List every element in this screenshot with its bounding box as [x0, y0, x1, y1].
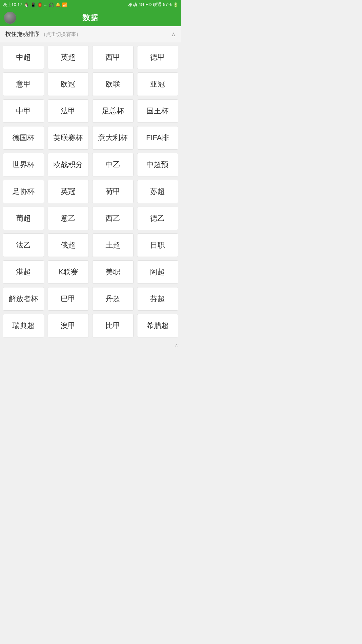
league-item[interactable]: 希腊超 [137, 314, 179, 337]
league-item[interactable]: 丹超 [92, 287, 134, 311]
league-item[interactable]: 意乙 [48, 207, 89, 230]
league-item[interactable]: 世界杯 [3, 153, 44, 176]
league-item[interactable]: 解放者杯 [3, 287, 44, 311]
app-header: 数据 [0, 9, 181, 26]
avatar[interactable] [4, 12, 16, 24]
league-item[interactable]: 荷甲 [92, 180, 134, 203]
sort-bar[interactable]: 按住拖动排序 （点击切换赛事） ∧ [0, 26, 181, 42]
wechat-icon: 📱 [31, 2, 36, 7]
league-item[interactable]: FIFA排 [137, 126, 179, 150]
avatar-image [4, 12, 16, 24]
jingdong-icon: 🏮 [37, 2, 43, 7]
headphone-icon: 🎧 [49, 2, 54, 7]
league-item[interactable]: 亚冠 [137, 72, 179, 96]
league-item[interactable]: 土超 [92, 233, 134, 257]
status-time: 晚上10:17 [3, 2, 22, 8]
league-item[interactable]: 德国杯 [3, 126, 44, 150]
league-item[interactable]: 澳甲 [48, 314, 89, 337]
watermark-text: Ai [175, 343, 178, 347]
league-item[interactable]: 足总杯 [92, 99, 134, 123]
sort-bar-label: 按住拖动排序 （点击切换赛事） [5, 30, 81, 38]
league-item[interactable]: 葡超 [3, 207, 44, 230]
league-item[interactable]: 意大利杯 [92, 126, 134, 150]
league-item[interactable]: 西甲 [92, 46, 134, 69]
wifi-icon: 📶 [62, 2, 67, 7]
carrier-signal: 移动 4G HD 联通 57% [128, 2, 172, 8]
alarm-icon: 🔔 [55, 2, 61, 7]
league-item[interactable]: 苏超 [137, 180, 179, 203]
league-item[interactable]: 法甲 [48, 99, 89, 123]
league-item[interactable]: 英超 [48, 46, 89, 69]
chevron-up-icon[interactable]: ∧ [171, 31, 176, 38]
league-item[interactable]: 足协杯 [3, 180, 44, 203]
league-item[interactable]: 中乙 [92, 153, 134, 176]
league-item[interactable]: 国王杯 [137, 99, 179, 123]
watermark-area: Ai [0, 342, 181, 349]
status-left: 晚上10:17 🐧 📱 🏮 ··· 🎧 🔔 📶 [3, 2, 67, 8]
sort-bar-main-text: 按住拖动排序 [5, 31, 40, 37]
status-right: 移动 4G HD 联通 57% 🔋 [128, 2, 178, 8]
league-item[interactable]: K联赛 [48, 260, 89, 284]
league-item[interactable]: 比甲 [92, 314, 134, 337]
league-grid-container: 中超英超西甲德甲意甲欧冠欧联亚冠中甲法甲足总杯国王杯德国杯英联赛杯意大利杯FIF… [0, 42, 181, 341]
league-item[interactable]: 中甲 [3, 99, 44, 123]
league-item[interactable]: 西乙 [92, 207, 134, 230]
league-item[interactable]: 法乙 [3, 233, 44, 257]
league-grid: 中超英超西甲德甲意甲欧冠欧联亚冠中甲法甲足总杯国王杯德国杯英联赛杯意大利杯FIF… [3, 46, 178, 337]
league-item[interactable]: 欧联 [92, 72, 134, 96]
page-title: 数据 [82, 13, 99, 23]
status-bar: 晚上10:17 🐧 📱 🏮 ··· 🎧 🔔 📶 移动 4G HD 联通 57% … [0, 0, 181, 9]
dots-icon: ··· [44, 2, 48, 7]
league-item[interactable]: 阿超 [137, 260, 179, 284]
league-item[interactable]: 欧冠 [48, 72, 89, 96]
league-item[interactable]: 意甲 [3, 72, 44, 96]
league-item[interactable]: 德甲 [137, 46, 179, 69]
league-item[interactable]: 瑞典超 [3, 314, 44, 337]
sort-bar-sub-text: （点击切换赛事） [41, 31, 81, 37]
battery-icon: 🔋 [173, 2, 178, 7]
qq-icon: 🐧 [24, 2, 29, 7]
league-item[interactable]: 巴甲 [48, 287, 89, 311]
league-item[interactable]: 港超 [3, 260, 44, 284]
league-item[interactable]: 欧战积分 [48, 153, 89, 176]
league-item[interactable]: 德乙 [137, 207, 179, 230]
league-item[interactable]: 芬超 [137, 287, 179, 311]
league-item[interactable]: 俄超 [48, 233, 89, 257]
league-item[interactable]: 中超预 [137, 153, 179, 176]
league-item[interactable]: 中超 [3, 46, 44, 69]
league-item[interactable]: 英冠 [48, 180, 89, 203]
league-item[interactable]: 日职 [137, 233, 179, 257]
league-item[interactable]: 英联赛杯 [48, 126, 89, 150]
league-item[interactable]: 美职 [92, 260, 134, 284]
